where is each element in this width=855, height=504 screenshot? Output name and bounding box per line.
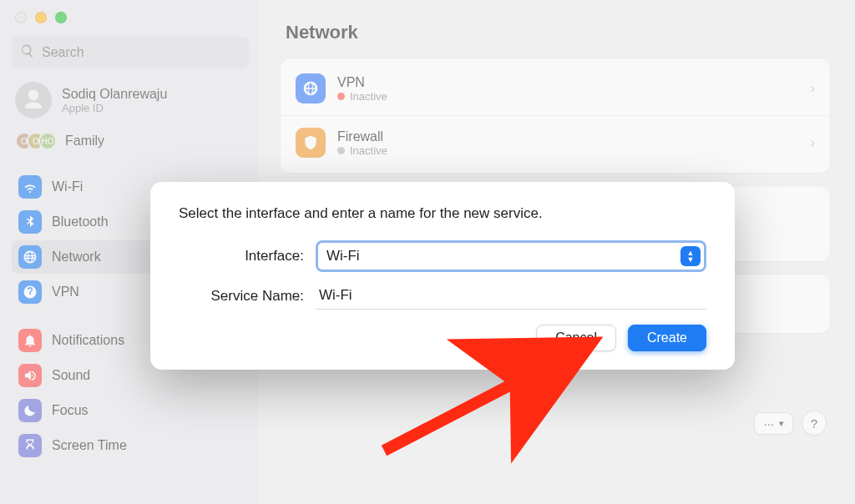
sidebar-item-label: Network [52,249,101,265]
sidebar-item-label: Screen Time [52,438,127,453]
family-row[interactable]: O O HO Family [12,127,249,160]
service-row-vpn[interactable]: VPN Inactive › [281,62,830,115]
service-name-input[interactable] [316,282,706,310]
apple-id-row[interactable]: Sodiq Olanrewaju Apple ID [12,73,249,122]
maximize-window-button[interactable] [55,12,67,23]
more-actions-button[interactable]: ··· ▾ [754,412,793,435]
shield-icon [296,128,326,158]
interface-select[interactable]: Wi-Fi ▲▼ [316,240,706,272]
bluetooth-icon [18,210,42,234]
search-input[interactable] [42,45,240,60]
interface-value: Wi-Fi [318,243,704,270]
service-name: VPN [337,75,387,90]
avatar [15,82,52,118]
sidebar-item-focus[interactable]: Focus [12,394,249,427]
cancel-button[interactable]: Cancel [536,325,616,351]
search-icon [20,43,35,62]
new-service-dialog: Select the interface and enter a name fo… [150,182,735,370]
hourglass-icon [18,434,42,457]
sidebar-item-screentime[interactable]: Screen Time [12,429,249,462]
vpn-icon [18,280,42,304]
vpn-globe-icon [296,73,326,103]
minimize-window-button[interactable] [35,12,47,23]
family-label: Family [65,134,104,149]
service-name: Firewall [337,129,387,144]
sidebar-item-label: VPN [52,285,79,300]
account-sub: Apple ID [62,102,167,114]
status-dot-icon [337,93,345,100]
status-dot-icon [337,147,345,154]
family-avatars: O O HO [15,132,57,150]
chevron-down-icon: ▾ [779,418,784,429]
sidebar-item-label: Bluetooth [52,214,109,229]
page-title: Network [281,17,830,58]
search-field[interactable] [12,37,249,68]
sidebar-item-label: Notifications [52,333,124,348]
service-status: Inactive [350,144,387,157]
help-button[interactable]: ? [802,411,827,436]
service-name-label: Service Name: [179,288,304,305]
window-traffic-lights [12,8,249,32]
wifi-icon [18,175,42,199]
chevron-right-icon: › [811,135,815,150]
dialog-prompt: Select the interface and enter a name fo… [179,205,706,222]
interface-label: Interface: [179,248,304,265]
sidebar-item-label: Focus [52,403,89,418]
sidebar-item-label: Wi-Fi [52,179,83,194]
moon-icon [18,399,42,422]
service-status: Inactive [350,90,387,103]
help-icon: ? [811,416,817,431]
close-window-button[interactable] [15,12,27,23]
services-card: VPN Inactive › Firewall Inactive › [281,58,830,173]
account-name: Sodiq Olanrewaju [62,87,167,102]
select-arrows-icon: ▲▼ [680,246,701,266]
globe-icon [18,245,42,269]
bell-icon [18,329,42,352]
sidebar-item-label: Sound [52,368,90,383]
speaker-icon [18,364,42,387]
create-button[interactable]: Create [628,325,706,351]
ellipsis-icon: ··· [763,416,774,431]
service-row-firewall[interactable]: Firewall Inactive › [281,115,830,169]
chevron-right-icon: › [811,81,815,96]
